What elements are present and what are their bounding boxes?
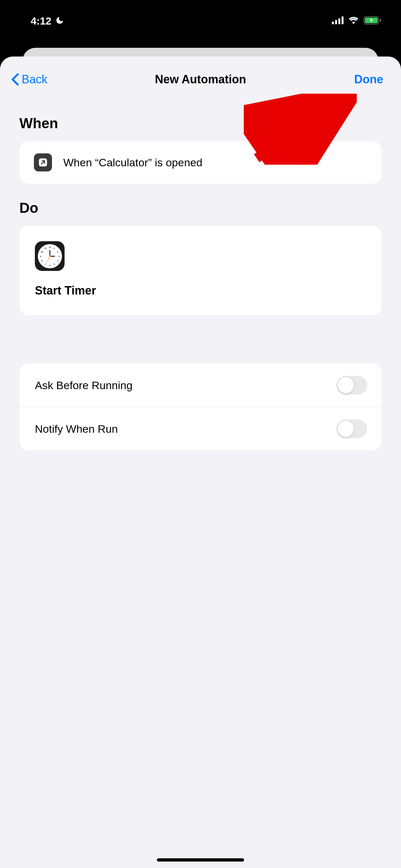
svg-text:7: 7 — [45, 263, 46, 265]
svg-text:3: 3 — [58, 255, 60, 257]
svg-rect-1 — [335, 20, 337, 24]
svg-text:6: 6 — [49, 265, 50, 267]
ask-before-running-toggle[interactable] — [336, 376, 367, 395]
do-action-card[interactable]: 12 1 2 3 4 5 6 7 8 9 10 11 — [19, 226, 382, 315]
notify-when-run-toggle[interactable] — [336, 420, 367, 438]
home-indicator[interactable] — [157, 858, 244, 862]
page-title: New Automation — [155, 73, 246, 86]
navigation-bar: Back New Automation Done — [0, 57, 401, 99]
svg-rect-3 — [342, 17, 343, 24]
ask-before-running-label: Ask Before Running — [35, 379, 132, 392]
svg-text:12: 12 — [49, 246, 51, 248]
action-title: Start Timer — [35, 284, 366, 298]
ask-before-running-row: Ask Before Running — [19, 364, 382, 407]
when-section-header: When — [0, 99, 401, 141]
automation-sheet: Back New Automation Done When When “Calc… — [0, 57, 401, 868]
do-section-header: Do — [0, 184, 401, 226]
notify-when-run-row: Notify When Run — [19, 407, 382, 451]
svg-text:10: 10 — [41, 251, 43, 253]
svg-line-22 — [47, 256, 50, 262]
settings-card: Ask Before Running Notify When Run — [19, 364, 382, 451]
svg-rect-2 — [338, 19, 340, 24]
svg-text:1: 1 — [54, 247, 55, 249]
moon-icon — [55, 16, 64, 26]
app-open-icon — [34, 153, 52, 172]
svg-rect-6 — [380, 19, 381, 22]
svg-rect-0 — [332, 22, 334, 24]
back-button[interactable]: Back — [11, 73, 48, 86]
notify-when-run-label: Notify When Run — [35, 423, 118, 435]
toggle-knob — [338, 421, 354, 437]
when-trigger-text: When “Calculator” is opened — [63, 156, 203, 169]
chevron-left-icon — [11, 73, 19, 86]
done-button[interactable]: Done — [354, 73, 383, 86]
svg-text:8: 8 — [41, 260, 42, 262]
toggle-knob — [338, 377, 354, 393]
when-trigger-card[interactable]: When “Calculator” is opened — [19, 141, 382, 184]
svg-text:11: 11 — [44, 247, 47, 249]
back-label: Back — [22, 73, 48, 86]
cellular-signal-icon — [332, 17, 343, 26]
status-bar: 4:12 — [0, 0, 401, 35]
svg-text:5: 5 — [54, 263, 55, 265]
svg-text:2: 2 — [57, 251, 58, 253]
clock-app-icon: 12 1 2 3 4 5 6 7 8 9 10 11 — [35, 241, 65, 271]
svg-text:9: 9 — [40, 255, 41, 257]
clock-face-icon: 12 1 2 3 4 5 6 7 8 9 10 11 — [38, 244, 62, 268]
status-time: 4:12 — [31, 15, 51, 27]
svg-text:4: 4 — [57, 260, 58, 262]
wifi-icon — [348, 17, 359, 26]
svg-point-23 — [49, 255, 51, 257]
battery-charging-icon — [364, 16, 382, 26]
